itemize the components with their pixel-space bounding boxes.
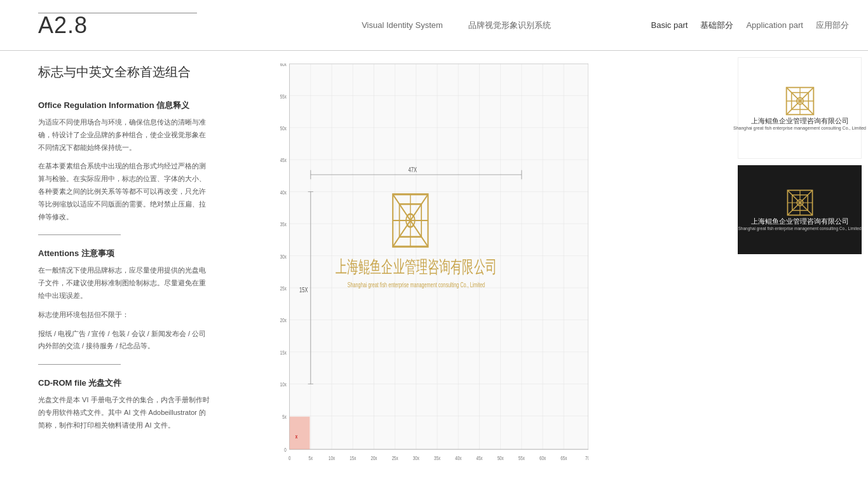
svg-text:5x: 5x xyxy=(282,414,287,421)
header-center-nav: Visual Identity System 品牌视觉形象识别系统 xyxy=(286,20,627,31)
svg-text:10x: 10x xyxy=(280,381,287,388)
svg-text:60x: 60x xyxy=(280,64,287,67)
svg-text:30x: 30x xyxy=(280,253,287,260)
svg-text:35x: 35x xyxy=(434,454,440,461)
svg-text:55x: 55x xyxy=(519,454,525,461)
svg-text:5x: 5x xyxy=(309,454,313,461)
header-left: A2.8 xyxy=(0,12,286,39)
header-top-line xyxy=(38,13,197,13)
svg-text:25x: 25x xyxy=(392,454,398,461)
svg-text:0: 0 xyxy=(288,454,291,461)
logo-black-cn: 上海鲲鱼企业管理咨询有限公司 xyxy=(751,217,849,226)
logo-box-black: 上海鲲鱼企业管理咨询有限公司 Shanghai great fish enter… xyxy=(738,165,862,254)
svg-rect-38 xyxy=(290,417,310,449)
section2-heading: Attentions 注意事项 xyxy=(38,248,210,259)
logo-symbol-black xyxy=(786,189,814,217)
svg-text:55x: 55x xyxy=(280,93,287,100)
svg-text:15X: 15X xyxy=(299,286,308,294)
svg-text:47X: 47X xyxy=(409,165,417,173)
nav-app-en: Application part xyxy=(746,20,803,30)
svg-text:Shanghai great fish enterprise: Shanghai great fish enterprise managemen… xyxy=(348,281,485,289)
right-panel: 上海鲲鱼企业管理咨询有限公司 Shanghai great fish enter… xyxy=(728,51,868,488)
nav-basic-cn: 基础部分 xyxy=(700,20,733,31)
section1-heading: Office Regulation Information 信息释义 xyxy=(38,100,210,111)
svg-rect-0 xyxy=(290,64,588,449)
header: A2.8 Visual Identity System 品牌视觉形象识别系统 B… xyxy=(0,0,868,51)
section2-body1: 在一般情况下使用品牌标志，应尽量使用提供的光盘电子文件，不建议使用标准制图绘制标… xyxy=(38,264,210,302)
section2-body2: 标志使用环境包括但不限于： xyxy=(38,309,210,322)
left-panel: 标志与中英文全称首选组合 Office Regulation Informati… xyxy=(0,51,248,451)
svg-text:30x: 30x xyxy=(413,454,419,461)
logo-black-en: Shanghai great fish enterprise managemen… xyxy=(738,226,861,231)
svg-text:x: x xyxy=(295,433,298,440)
grid-container: 47X 15X x 60x 55x 50x 45x 40x 35x 30x 25… xyxy=(248,51,728,488)
section3-body1: 光盘文件是本 VI 手册电子文件的集合，内含手册制作时的专用软件格式文件。其中 … xyxy=(38,394,210,431)
svg-text:40x: 40x xyxy=(455,454,461,461)
svg-text:45x: 45x xyxy=(476,454,482,461)
logo-white-cn: 上海鲲鱼企业管理咨询有限公司 xyxy=(751,116,849,126)
section2-body3: 报纸 / 电视广告 / 宣传 / 包装 / 会议 / 新闻发布会 / 公司内外部… xyxy=(38,328,210,353)
svg-text:上海鲲鱼企业管理咨询有限公司: 上海鲲鱼企业管理咨询有限公司 xyxy=(336,258,497,276)
svg-text:20x: 20x xyxy=(280,317,287,324)
svg-text:20x: 20x xyxy=(370,454,377,461)
page-number: A2.8 xyxy=(38,12,88,39)
svg-text:0: 0 xyxy=(284,447,287,454)
grid-svg: 47X 15X x 60x 55x 50x 45x 40x 35x 30x 25… xyxy=(272,64,588,469)
svg-text:35x: 35x xyxy=(280,221,287,228)
svg-text:15x: 15x xyxy=(349,454,356,461)
svg-text:25x: 25x xyxy=(280,285,287,292)
section-title: 标志与中英文全称首选组合 xyxy=(38,64,210,81)
nav-app-cn: 应用部分 xyxy=(816,20,849,31)
svg-text:10x: 10x xyxy=(329,454,335,461)
svg-text:40x: 40x xyxy=(280,189,287,196)
nav-basic-en: Basic part xyxy=(651,20,688,30)
logo-white-en: Shanghai great fish enterprise managemen… xyxy=(733,126,866,130)
header-right-nav: Basic part 基础部分 Application part 应用部分 xyxy=(627,20,868,31)
nav-vis-en: Visual Identity System xyxy=(362,20,443,30)
svg-text:70x: 70x xyxy=(585,454,588,461)
svg-text:45x: 45x xyxy=(280,157,287,164)
logo-symbol-white xyxy=(785,86,815,116)
section1-body1: 为适应不同使用场合与环境，确保信息传达的清晰与准确，特设计了企业品牌的多种组合，… xyxy=(38,116,210,154)
svg-text:50x: 50x xyxy=(498,454,504,461)
svg-text:50x: 50x xyxy=(280,125,287,132)
section1-body2: 在基本要素组合系统中出现的组合形式均经过严格的测算与检验。在实际应用中，标志的位… xyxy=(38,160,210,223)
divider1 xyxy=(38,234,121,235)
main-area: 47X 15X x 60x 55x 50x 45x 40x 35x 30x 25… xyxy=(248,51,868,488)
svg-text:60x: 60x xyxy=(539,454,546,461)
nav-vis-cn: 品牌视觉形象识别系统 xyxy=(468,20,551,31)
svg-text:15x: 15x xyxy=(280,349,287,356)
svg-text:65x: 65x xyxy=(560,454,567,461)
divider2 xyxy=(38,364,121,365)
section3-heading: CD-ROM file 光盘文件 xyxy=(38,377,210,389)
logo-box-white: 上海鲲鱼企业管理咨询有限公司 Shanghai great fish enter… xyxy=(738,57,862,159)
